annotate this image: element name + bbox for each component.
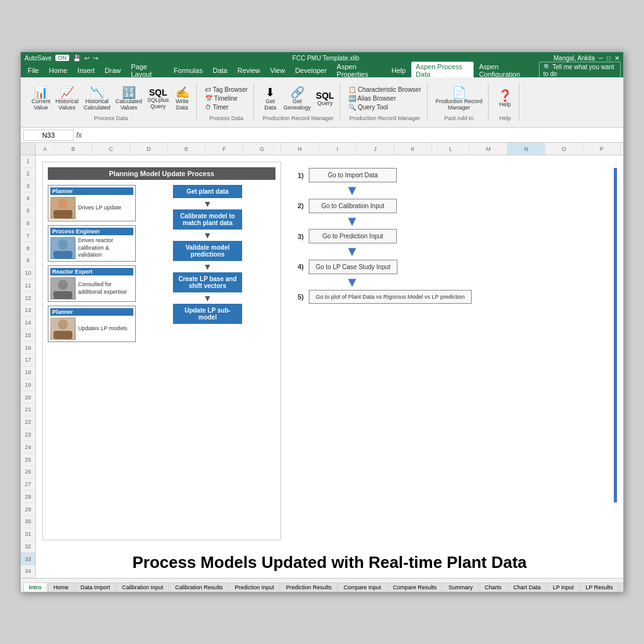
maximize-btn[interactable]: □ — [607, 55, 611, 62]
col-and-cells: A B C D E F G H I J K L M N O P Q R S T — [36, 143, 623, 578]
diagram-area: Planning Model Update Process Planner — [42, 162, 617, 540]
row-26: 26 — [21, 466, 35, 479]
step-5-box[interactable]: Go to plot of Plant Data vs Rigorous Mod… — [309, 290, 472, 304]
menu-data[interactable]: Data — [208, 65, 231, 75]
menu-insert[interactable]: Insert — [73, 65, 99, 75]
menu-review[interactable]: Review — [233, 65, 264, 75]
close-btn[interactable]: ✕ — [614, 55, 619, 62]
sheet-tab-compare-input[interactable]: Compare Input — [338, 582, 387, 592]
menu-pagelayout[interactable]: Page Layout — [126, 62, 168, 79]
sheet-tab-calibration-results[interactable]: Calibration Results — [170, 582, 229, 592]
row-29: 29 — [21, 503, 35, 516]
svg-rect-2 — [53, 210, 72, 218]
get-genealogy-btn[interactable]: 🔗 GetGenealogy — [282, 86, 313, 112]
role-planner-1-text: Drives LP update — [78, 204, 121, 212]
svg-point-10 — [58, 319, 68, 330]
step-4-box[interactable]: Go to LP Case Study Input — [309, 260, 397, 274]
formula-input[interactable] — [84, 131, 621, 139]
historical-calculated-btn[interactable]: 📉 HistoricalCalculated — [82, 86, 113, 112]
role-planner-1-img — [50, 197, 75, 219]
ribbon-group-browsers: 📋 Characteristic Browser 🔤 Alias Browser… — [343, 84, 427, 121]
autosave-label: AutoSave — [25, 55, 52, 62]
sheet-tab-lp-vector-calc[interactable]: LP Vector Calc — [619, 582, 623, 592]
menu-developer[interactable]: Developer — [291, 65, 331, 75]
timeline-btn[interactable]: 📅 Timeline — [203, 94, 240, 103]
calculated-values-btn[interactable]: 🔢 CalculatedValues — [114, 86, 145, 112]
col-O: O — [545, 143, 583, 155]
char-browser-btn[interactable]: 📋 Characteristic Browser — [347, 86, 423, 94]
sheet-tab-compare-results[interactable]: Compare Results — [387, 582, 443, 592]
role-planner-2-img — [50, 318, 75, 340]
row-9: 9 — [21, 255, 35, 267]
step-2-box[interactable]: Go to Calibration Input — [309, 199, 397, 213]
sheet-tab-data-import[interactable]: Data Import — [75, 582, 116, 592]
process-step-4[interactable]: Create LP base and shift vectors — [173, 272, 242, 292]
step-3-num: 3) — [294, 233, 304, 240]
timer-btn[interactable]: ⏱ Timer — [203, 103, 231, 111]
menu-aspen-properties[interactable]: Aspen Properties — [332, 62, 386, 79]
autosave-toggle[interactable]: ON — [55, 55, 69, 61]
sheet-tab-calibration-input[interactable]: Calibration Input — [116, 582, 169, 592]
step-3-box[interactable]: Go to Prediction Input — [309, 229, 397, 243]
col-headers: A B C D E F G H I J K L M N O P Q R S T — [36, 143, 623, 155]
process-step-3[interactable]: Validate model predictions — [173, 241, 242, 261]
search-box[interactable]: 🔍 Tell me what you want to do — [539, 62, 621, 79]
quick-save-icon[interactable]: 💾 — [73, 55, 80, 62]
process-step-1[interactable]: Get plant data — [173, 185, 242, 198]
process-step-2[interactable]: Calibrate model to match plant data — [173, 209, 242, 230]
sheet-tab-home[interactable]: Home — [48, 582, 74, 592]
step-arrow-1: ▼ — [345, 185, 617, 196]
svg-rect-8 — [53, 291, 72, 299]
role-planner-1-header: Planner — [50, 187, 133, 195]
production-record-btn[interactable]: 📄 Production RecordManager — [434, 86, 485, 112]
sheet-tab-prediction-results[interactable]: Prediction Results — [280, 582, 338, 592]
menu-aspen-process-data[interactable]: Aspen Process Data — [411, 62, 474, 79]
write-data-btn[interactable]: ✍ WriteData — [172, 86, 192, 112]
sqlplus-query-btn[interactable]: SQL SQLplusQuery — [145, 87, 171, 111]
query-tool-btn[interactable]: 🔍 Query Tool — [347, 103, 390, 111]
menu-file[interactable]: File — [23, 65, 43, 75]
sql-query-btn[interactable]: SQL Query — [314, 90, 336, 108]
current-value-btn[interactable]: 📊 CurrentValue — [30, 86, 52, 112]
svg-rect-5 — [53, 251, 72, 258]
sheet-tab-summary[interactable]: Summary — [443, 582, 479, 592]
menu-home[interactable]: Home — [45, 65, 72, 75]
alias-browser-btn[interactable]: 🔤 Alias Browser — [347, 94, 397, 103]
row-27: 27 — [21, 479, 35, 491]
roles-column: Planner — [48, 185, 136, 342]
sheet-tab-lp-input[interactable]: LP Input — [547, 582, 579, 592]
ribbon: 📊 CurrentValue 📈 HistoricalValues 📉 Hist… — [21, 77, 623, 128]
minimize-btn[interactable]: ─ — [599, 55, 603, 62]
fx-label: fx — [76, 131, 82, 140]
col-C: C — [92, 143, 130, 155]
col-G: G — [243, 143, 281, 155]
menu-view[interactable]: View — [266, 65, 290, 75]
name-box[interactable] — [23, 130, 74, 141]
row-19: 19 — [21, 379, 35, 392]
sheet-tab-chart-data[interactable]: Chart Data — [508, 582, 547, 592]
step-1-box[interactable]: Go to Import Data — [309, 168, 397, 182]
process-step-5[interactable]: Update LP sub-model — [173, 304, 242, 324]
row-33: 33 — [21, 553, 35, 565]
sheet-tab-prediction-input[interactable]: Prediction Input — [229, 582, 280, 592]
sheet-tab-intro[interactable]: Intro — [23, 582, 47, 592]
get-data-btn[interactable]: ⬇ GetData — [260, 86, 280, 112]
undo-icon[interactable]: ↩ — [84, 55, 89, 62]
formula-bar: fx — [21, 128, 623, 143]
role-planner-2: Planner — [48, 306, 136, 342]
sheet-tab-lp-results[interactable]: LP Results — [580, 582, 618, 592]
redo-icon[interactable]: ↪ — [93, 55, 98, 62]
historical-values-btn[interactable]: 📈 HistoricalValues — [53, 86, 80, 112]
menu-formulas[interactable]: Formulas — [169, 65, 207, 75]
row-24: 24 — [21, 441, 35, 453]
right-step-2: 2) Go to Calibration Input — [294, 199, 617, 213]
sheet-tab-charts[interactable]: Charts — [479, 582, 508, 592]
row-23: 23 — [21, 429, 35, 441]
menu-aspen-configuration[interactable]: Aspen Configuration — [475, 62, 536, 79]
col-K: K — [394, 143, 432, 155]
menu-help[interactable]: Help — [387, 65, 410, 75]
svg-rect-11 — [53, 331, 72, 339]
tag-browser-btn[interactable]: 🏷 Tag Browser — [203, 86, 250, 94]
help-btn[interactable]: ❓ Help — [495, 89, 515, 109]
menu-draw[interactable]: Draw — [101, 65, 126, 75]
